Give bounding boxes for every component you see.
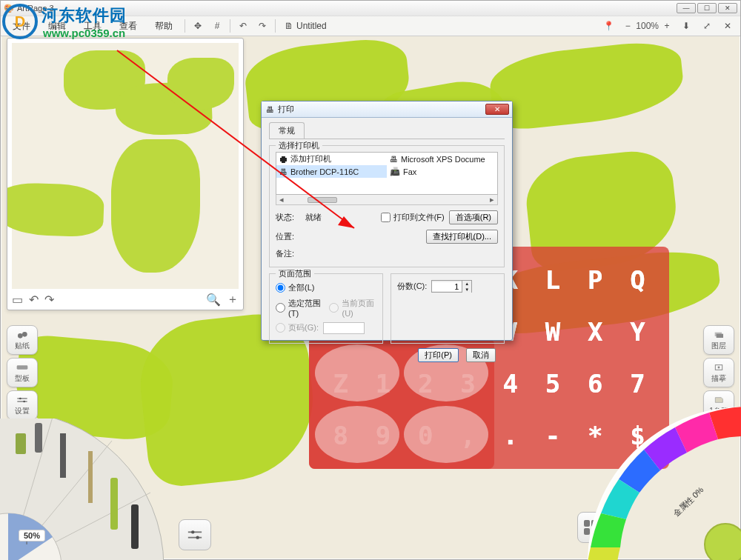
pin-icon[interactable]: 📍 xyxy=(600,18,617,34)
footprint-icon xyxy=(16,330,28,340)
close-doc-icon[interactable]: ✕ xyxy=(720,18,736,34)
doc-tab[interactable]: 🗎 Untitled xyxy=(280,21,327,31)
svg-point-5 xyxy=(19,397,21,399)
scroll-thumb[interactable] xyxy=(308,197,337,203)
sliders-icon xyxy=(16,395,28,405)
svg-point-6 xyxy=(23,400,25,402)
tool-settings-button[interactable] xyxy=(179,519,211,550)
dialog-close-button[interactable]: ✕ xyxy=(485,104,509,115)
pod-layers[interactable]: 图层 xyxy=(703,325,734,355)
print-to-file-checkbox[interactable]: 打印到文件(F) xyxy=(381,212,445,223)
stencil-char: 5 xyxy=(531,358,574,410)
status-value: 就绪 xyxy=(305,212,322,223)
printer-list-scrollbar[interactable]: ◂ ▸ xyxy=(276,195,498,205)
window-maximize-button[interactable]: ☐ xyxy=(697,3,717,13)
group-copies: 份数(C): ▲▼ xyxy=(391,273,505,344)
printer-brother[interactable]: 🖶Brother DCP-116C xyxy=(276,165,387,178)
stencil-char: . xyxy=(489,410,531,461)
color-picker-wheel[interactable] xyxy=(588,407,741,560)
spin-up-icon[interactable]: ▲ xyxy=(462,281,471,287)
svg-point-10 xyxy=(718,366,720,368)
note-icon xyxy=(713,395,725,405)
group-page-range: 页面范围 全部(L) 选定范围(T) 当前页面(U) 页码(G): xyxy=(269,273,383,344)
printer-add[interactable]: 🞧添加打印机 xyxy=(276,153,387,165)
stencil-char: X xyxy=(574,306,617,358)
print-dialog: 🖶 打印 ✕ 常规 选择打印机 🞧添加打印机 🖶Microsoft XPS Do… xyxy=(261,101,513,341)
navigator-panel[interactable]: ▭ ↶ ↷ 🔍 ＋ xyxy=(7,38,244,310)
nav-redo-icon[interactable]: ↷ xyxy=(44,293,54,307)
svg-rect-22 xyxy=(131,504,139,549)
svg-point-28 xyxy=(196,536,199,539)
nav-undo-icon[interactable]: ↶ xyxy=(29,293,39,307)
zoom-out-button[interactable]: − xyxy=(621,19,634,33)
svg-rect-19 xyxy=(60,433,66,478)
tracing-icon xyxy=(713,362,725,373)
printer-list[interactable]: 🞧添加打印机 🖶Microsoft XPS Docume 🖶Brother DC… xyxy=(276,152,498,195)
stencil-char: P xyxy=(574,254,617,306)
grid-icon[interactable]: # xyxy=(209,18,225,34)
printer-xps[interactable]: 🖶Microsoft XPS Docume xyxy=(387,153,497,165)
menu-help[interactable]: 帮助 xyxy=(147,19,180,34)
navigator-preview xyxy=(12,43,239,289)
copies-label: 份数(C): xyxy=(397,281,427,292)
watermark-site-name: 河东软件园 xyxy=(41,4,127,27)
range-selection-radio[interactable]: 选定范围(T) xyxy=(276,298,322,318)
svg-rect-2 xyxy=(17,365,28,369)
stencil-char: Y xyxy=(617,306,659,358)
window-minimize-button[interactable]: — xyxy=(677,3,696,13)
pod-tracing[interactable]: 描摹 xyxy=(703,358,734,387)
printer-icon: 🖶 xyxy=(279,167,288,176)
nav-collapse-icon[interactable]: ▭ xyxy=(12,293,23,307)
copies-spinner[interactable]: ▲▼ xyxy=(431,280,472,293)
expand-icon[interactable]: ⤢ xyxy=(699,18,715,34)
scroll-right-icon[interactable]: ▸ xyxy=(487,195,497,204)
pod-stencils[interactable]: 型板 xyxy=(7,358,38,387)
group-select-printer: 选择打印机 🞧添加打印机 🖶Microsoft XPS Docume 🖶Brot… xyxy=(269,145,505,267)
copies-input[interactable] xyxy=(432,282,462,291)
sliders-icon xyxy=(187,528,203,541)
svg-rect-18 xyxy=(35,423,42,453)
cancel-button[interactable]: 取消 xyxy=(466,348,496,362)
svg-point-29 xyxy=(705,524,741,560)
window-close-button[interactable]: ✕ xyxy=(718,3,737,13)
spin-down-icon[interactable]: ▼ xyxy=(462,287,471,293)
preferences-button[interactable]: 首选项(R) xyxy=(449,210,498,224)
zoom-level: 100% xyxy=(636,21,659,31)
tab-general[interactable]: 常规 xyxy=(269,122,305,139)
undo-icon[interactable]: ↶ xyxy=(235,18,251,34)
document-icon: 🗎 xyxy=(285,21,293,31)
range-pages-radio: 页码(G): xyxy=(276,322,319,333)
watermark-logo: D xyxy=(0,3,40,40)
pod-settings[interactable]: 设置 xyxy=(7,390,38,420)
location-label: 位置: xyxy=(276,231,301,242)
zoom-in-button[interactable]: + xyxy=(660,19,674,33)
svg-rect-21 xyxy=(110,478,118,530)
stencil-char: L xyxy=(531,254,574,306)
printer-icon: 🖶 xyxy=(265,104,275,115)
comment-label: 备注: xyxy=(276,248,301,259)
stencil-char: 6 xyxy=(574,358,617,410)
redo-icon[interactable]: ↷ xyxy=(254,18,270,34)
printer-icon: 🖶 xyxy=(390,155,398,164)
svg-rect-17 xyxy=(16,433,26,454)
print-button[interactable]: 打印(P) xyxy=(418,348,459,362)
move-tool-icon[interactable]: ✥ xyxy=(190,18,206,34)
svg-point-0 xyxy=(18,333,23,339)
add-printer-icon: 🞧 xyxy=(279,155,288,164)
find-printer-button[interactable]: 查找打印机(D)... xyxy=(426,230,498,244)
printer-fax[interactable]: 📠Fax xyxy=(387,165,497,178)
brush-size-badge[interactable]: 50% xyxy=(19,530,45,541)
ruler-icon xyxy=(16,362,28,373)
nav-add-icon[interactable]: ＋ xyxy=(227,292,239,307)
doc-name: Untitled xyxy=(296,21,327,31)
scroll-left-icon[interactable]: ◂ xyxy=(276,195,287,204)
pod-stickers[interactable]: 贴纸 xyxy=(7,325,38,355)
range-all-radio[interactable]: 全部(L) xyxy=(276,282,376,293)
stencil-char: 7 xyxy=(617,358,659,410)
separator xyxy=(185,19,185,33)
download-icon[interactable]: ⬇ xyxy=(678,18,694,34)
svg-point-27 xyxy=(191,530,194,533)
separator xyxy=(230,19,230,33)
dialog-titlebar[interactable]: 🖶 打印 ✕ xyxy=(262,101,512,118)
nav-zoom-icon[interactable]: 🔍 xyxy=(206,293,221,307)
